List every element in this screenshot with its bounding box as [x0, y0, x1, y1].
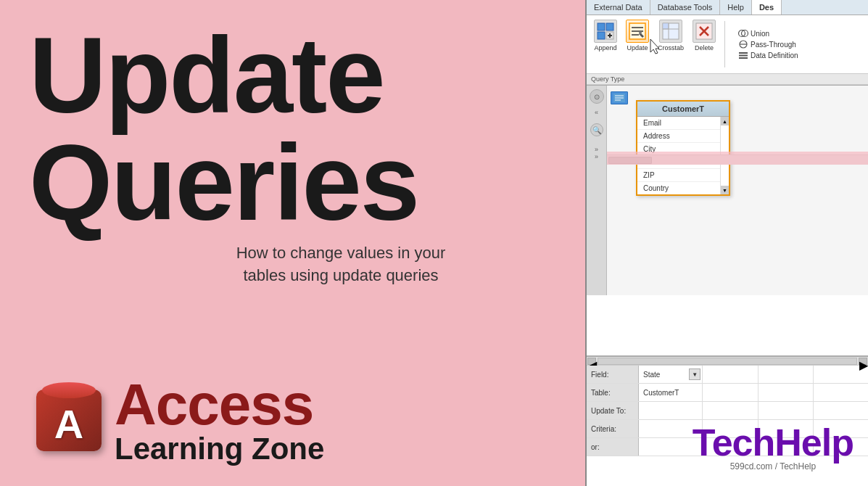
nav-panel: ⊙ « 🔍 »» [587, 86, 607, 295]
qbe-field-col4 [814, 366, 868, 383]
qbe-scroll-right[interactable]: ▶ [859, 358, 867, 365]
access-text-group: Access Learning Zone [115, 376, 324, 464]
qbe-updateto-row: Update To: [587, 402, 868, 420]
subtitle: How to change values in your tables usin… [116, 242, 566, 287]
pass-through-label: Pass-Through [751, 41, 796, 49]
customer-table: CustomerT Email Address [636, 100, 730, 196]
qbe-table-value: CustomerT [639, 384, 703, 401]
svg-rect-1 [606, 23, 613, 30]
svg-rect-12 [663, 23, 669, 29]
qbe-updateto-col4 [814, 402, 868, 419]
subtitle-line2: tables using update queries [243, 266, 438, 284]
ribbon-divider [724, 21, 725, 67]
qbe-scrollbar[interactable] [598, 358, 857, 365]
delete-label: Delete [695, 44, 714, 52]
crosstab-button[interactable]: Crosstab [655, 18, 687, 70]
qbe-updateto-label: Update To: [587, 402, 639, 419]
access-logo-area: A Access Learning Zone [36, 376, 324, 464]
crosstab-label: Crosstab [658, 44, 684, 52]
scroll-up-btn[interactable]: ▲ [721, 117, 729, 125]
table-header: CustomerT [637, 102, 729, 117]
qbe-updateto-col2 [703, 402, 758, 419]
nav-search-btn[interactable]: 🔍 [590, 123, 603, 136]
qbe-field-row: Field: State ▼ [587, 366, 868, 384]
title-line1: Update [29, 22, 566, 129]
qbe-scroll-row[interactable]: ◀ ▶ [587, 357, 868, 366]
crosstab-icon [659, 20, 682, 43]
ribbon-side-group: Union Pass-Through Data Definition [731, 18, 800, 70]
ribbon-tabs: External Data Database Tools Help Des [587, 0, 868, 15]
nav-arrow-left[interactable]: « [595, 109, 598, 116]
field-address[interactable]: Address [637, 130, 720, 143]
techhelp-title: TechHelp [693, 424, 853, 461]
access-letter: A [54, 400, 83, 448]
svg-rect-22 [739, 52, 748, 54]
tab-database-tools[interactable]: Database Tools [650, 0, 721, 15]
svg-rect-2 [598, 32, 605, 39]
data-definition-label: Data Definition [751, 52, 798, 59]
svg-rect-0 [598, 23, 605, 30]
screenshot-area: External Data Database Tools Help Des [585, 0, 868, 486]
query-design-area: ⊙ « 🔍 »» [587, 85, 868, 295]
qbe-field-label: Field: [587, 366, 639, 383]
query-type-icon [611, 91, 628, 104]
right-panel: External Data Database Tools Help Des [585, 0, 868, 486]
field-country[interactable]: Country [637, 182, 720, 194]
qbe-updateto-col3 [759, 402, 814, 419]
nav-chevrons[interactable]: »» [595, 146, 598, 160]
title-line2: Queries [29, 129, 566, 236]
pink-highlight-bar [607, 152, 868, 165]
search-icon: 🔍 [592, 126, 601, 134]
pass-through-item[interactable]: Pass-Through [737, 39, 800, 49]
append-label: Append [594, 44, 616, 52]
update-icon [626, 20, 649, 43]
qbe-table-col3 [759, 384, 814, 401]
qbe-updateto-value[interactable] [639, 402, 703, 419]
delete-icon [693, 20, 716, 43]
access-icon-box: A [36, 390, 102, 451]
svg-rect-23 [739, 55, 748, 57]
qbe-table-col2 [703, 384, 758, 401]
svg-rect-24 [739, 57, 748, 59]
data-definition-item[interactable]: Data Definition [737, 50, 800, 60]
svg-point-10 [639, 31, 642, 34]
design-canvas: CustomerT Email Address [607, 86, 868, 295]
field-zip[interactable]: ZIP [637, 169, 720, 182]
table-name: CustomerT [662, 104, 704, 113]
qbe-table-label: Table: [587, 384, 639, 401]
qbe-scroll-left[interactable]: ◀ [587, 358, 596, 365]
append-icon [594, 20, 617, 43]
access-word: Access [115, 376, 324, 434]
tab-des[interactable]: Des [752, 0, 782, 15]
qbe-field-dropdown[interactable]: ▼ [689, 368, 700, 380]
qbe-or-label: or: [587, 438, 639, 456]
scroll-down-btn[interactable]: ▼ [721, 186, 729, 194]
main-title: Update Queries [29, 22, 566, 236]
nav-collapse-btn[interactable]: ⊙ [590, 89, 604, 104]
qbe-criteria-label: Criteria: [587, 420, 639, 437]
update-label: Update [627, 44, 648, 52]
query-type-bar: Query Type [587, 73, 868, 85]
query-type-label: Query Type [591, 75, 624, 83]
field-email[interactable]: Email [637, 117, 720, 130]
collapse-icon: ⊙ [594, 93, 600, 101]
ribbon-content: Append Update [587, 15, 868, 73]
tab-external-data[interactable]: External Data [587, 0, 650, 15]
delete-button[interactable]: Delete [690, 18, 719, 70]
tab-help[interactable]: Help [720, 0, 752, 15]
qbe-field-col3 [759, 366, 814, 383]
qbe-table-row: Table: CustomerT [587, 384, 868, 402]
qbe-field-col2 [703, 366, 758, 383]
union-item[interactable]: Union [737, 28, 800, 38]
cylinder-top [42, 382, 96, 398]
learning-zone: Learning Zone [115, 434, 324, 464]
qbe-field-value[interactable]: State ▼ [639, 366, 703, 383]
techhelp-area: TechHelp 599cd.com / TechHelp [693, 424, 853, 471]
subtitle-line1: How to change values in your [236, 244, 446, 262]
access-icon-container: A [36, 382, 102, 458]
qbe-table-col4 [814, 384, 868, 401]
update-button[interactable]: Update [623, 18, 652, 70]
append-button[interactable]: Append [591, 18, 620, 70]
union-label: Union [751, 30, 769, 38]
